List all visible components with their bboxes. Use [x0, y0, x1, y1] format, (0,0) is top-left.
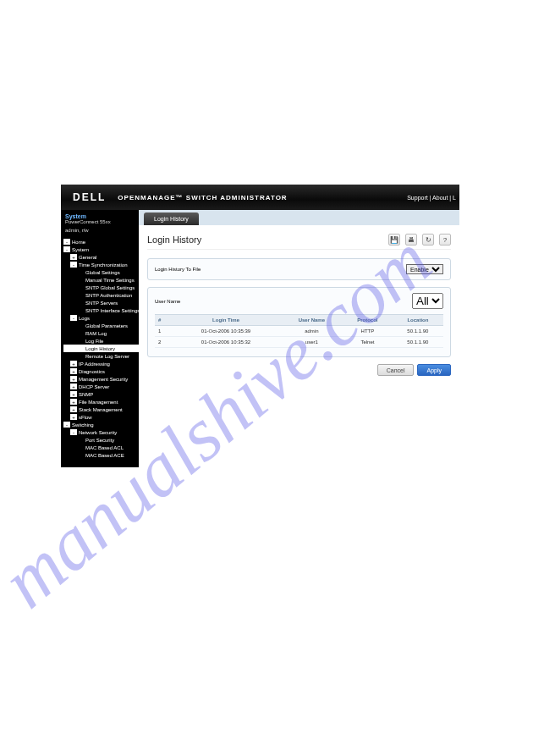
- nav-item-label: Management Security: [79, 377, 128, 382]
- save-icon[interactable]: 💾: [388, 234, 400, 246]
- nav-item-label: Diagnostics: [79, 369, 105, 374]
- table-row: 101-Oct-2006 10:35:39adminHTTP50.1.1.90: [155, 326, 443, 337]
- nav-item[interactable]: +Stack Management: [63, 406, 139, 413]
- tree-spacer: [77, 452, 84, 458]
- nav-item-label: Manual Time Settings: [85, 278, 135, 283]
- nav-item-label: MAC Based ACL: [85, 445, 124, 450]
- nav-item[interactable]: -Switching: [63, 421, 139, 428]
- tree-spacer: [77, 444, 84, 450]
- col-index: #: [155, 315, 171, 326]
- nav-item[interactable]: Global Settings: [63, 268, 139, 276]
- header-links: Support | About | L: [407, 195, 456, 201]
- nav-tree: -Home-System+General-Time Synchronizatio…: [61, 236, 139, 459]
- nav-item[interactable]: Port Security: [63, 436, 139, 444]
- cell-user_name: user1: [281, 337, 343, 348]
- nav-item[interactable]: +Diagnostics: [63, 367, 139, 375]
- nav-item[interactable]: -Network Security: [63, 428, 139, 436]
- nav-item-label: Network Security: [79, 430, 117, 435]
- tree-spacer: [77, 269, 84, 275]
- sidebar-system-label: System: [61, 210, 139, 219]
- support-link[interactable]: Support: [407, 195, 428, 201]
- table-row: 201-Oct-2006 10:35:32user1Telnet50.1.1.9…: [155, 337, 443, 348]
- grid-panel: User Name All # Login Time User Name Pro…: [147, 287, 451, 357]
- content-area: Login History Login History 💾 🖶 ↻ ? Logi…: [139, 210, 459, 467]
- col-location: Location: [393, 315, 443, 326]
- main-area: System PowerConnect 55xx admin, r/w -Hom…: [61, 210, 459, 467]
- expand-icon[interactable]: +: [70, 399, 77, 405]
- nav-item[interactable]: Log File: [63, 337, 139, 345]
- user-filter-row: User Name All: [155, 293, 443, 314]
- refresh-icon[interactable]: ↻: [422, 234, 434, 246]
- nav-item[interactable]: +File Management: [63, 398, 139, 406]
- nav-item[interactable]: +General: [63, 253, 139, 261]
- expand-icon[interactable]: +: [70, 361, 77, 367]
- about-link[interactable]: About: [432, 195, 448, 201]
- nav-item-label: Logs: [79, 316, 90, 321]
- collapse-icon[interactable]: -: [70, 429, 77, 435]
- nav-item-label: DHCP Server: [79, 384, 109, 389]
- tree-spacer: [77, 330, 84, 336]
- user-name-select[interactable]: All: [412, 293, 443, 309]
- expand-icon[interactable]: +: [70, 254, 77, 260]
- nav-item-label: Login History: [85, 346, 115, 351]
- expand-icon[interactable]: +: [70, 384, 77, 389]
- nav-item-label: SNMP: [79, 392, 93, 397]
- cancel-button[interactable]: Cancel: [377, 364, 415, 376]
- history-to-file-select[interactable]: Enable: [406, 264, 443, 274]
- nav-item[interactable]: Login History: [63, 345, 139, 352]
- collapse-icon[interactable]: -: [63, 239, 70, 245]
- nav-item-label: File Management: [79, 400, 118, 405]
- dell-logo: DELL: [61, 191, 118, 203]
- nav-item[interactable]: SNTP Servers: [63, 299, 139, 306]
- nav-item[interactable]: -Time Synchronization: [63, 261, 139, 268]
- collapse-icon[interactable]: -: [70, 262, 77, 268]
- nav-item[interactable]: +sFlow: [63, 413, 139, 421]
- tab-login-history[interactable]: Login History: [144, 212, 199, 225]
- nav-item-label: General: [79, 255, 96, 260]
- col-login-time: Login Time: [171, 315, 280, 326]
- nav-item[interactable]: SNTP Global Settings: [63, 284, 139, 291]
- tree-spacer: [77, 353, 84, 359]
- collapse-icon[interactable]: -: [63, 246, 70, 252]
- collapse-icon[interactable]: -: [70, 315, 77, 321]
- expand-icon[interactable]: +: [70, 376, 77, 382]
- collapse-icon[interactable]: -: [63, 422, 70, 428]
- cell-protocol: HTTP: [343, 326, 393, 337]
- nav-item-label: RAM Log: [85, 331, 107, 336]
- nav-item-label: System: [72, 247, 89, 252]
- nav-item[interactable]: -Home: [63, 238, 139, 246]
- apply-button[interactable]: Apply: [417, 364, 451, 376]
- nav-item-label: IP Addressing: [79, 361, 110, 367]
- history-to-file-label: Login History To File: [155, 267, 201, 272]
- nav-item[interactable]: SNTP Interface Settings: [63, 306, 139, 314]
- help-icon[interactable]: ?: [439, 234, 451, 246]
- nav-item[interactable]: +Management Security: [63, 375, 139, 383]
- nav-item[interactable]: -System: [63, 246, 139, 253]
- nav-item[interactable]: +SNMP: [63, 390, 139, 398]
- nav-item-label: Log File: [85, 339, 103, 344]
- nav-item[interactable]: MAC Based ACL: [63, 444, 139, 451]
- page-header: Login History 💾 🖶 ↻ ?: [147, 234, 451, 250]
- tree-spacer: [77, 300, 84, 306]
- nav-item[interactable]: Manual Time Settings: [63, 276, 139, 284]
- nav-item-label: Port Security: [85, 438, 114, 443]
- cell-idx: 2: [155, 337, 171, 348]
- print-icon[interactable]: 🖶: [405, 234, 417, 246]
- tree-spacer: [77, 323, 84, 328]
- tree-spacer: [77, 338, 84, 344]
- nav-item[interactable]: +IP Addressing: [63, 360, 139, 367]
- nav-item[interactable]: Remote Log Server: [63, 352, 139, 360]
- expand-icon[interactable]: +: [70, 414, 77, 420]
- sidebar-user: admin, r/w: [61, 228, 139, 236]
- logout-link[interactable]: L: [453, 195, 456, 201]
- nav-item[interactable]: +DHCP Server: [63, 383, 139, 390]
- expand-icon[interactable]: +: [70, 391, 77, 397]
- expand-icon[interactable]: +: [70, 406, 77, 412]
- nav-item[interactable]: -Logs: [63, 314, 139, 322]
- nav-item[interactable]: SNTP Authentication: [63, 291, 139, 299]
- nav-item[interactable]: RAM Log: [63, 329, 139, 337]
- expand-icon[interactable]: +: [70, 368, 77, 374]
- nav-item-label: Switching: [72, 422, 94, 428]
- nav-item[interactable]: MAC Based ACE: [63, 451, 139, 459]
- nav-item[interactable]: Global Parameters: [63, 322, 139, 329]
